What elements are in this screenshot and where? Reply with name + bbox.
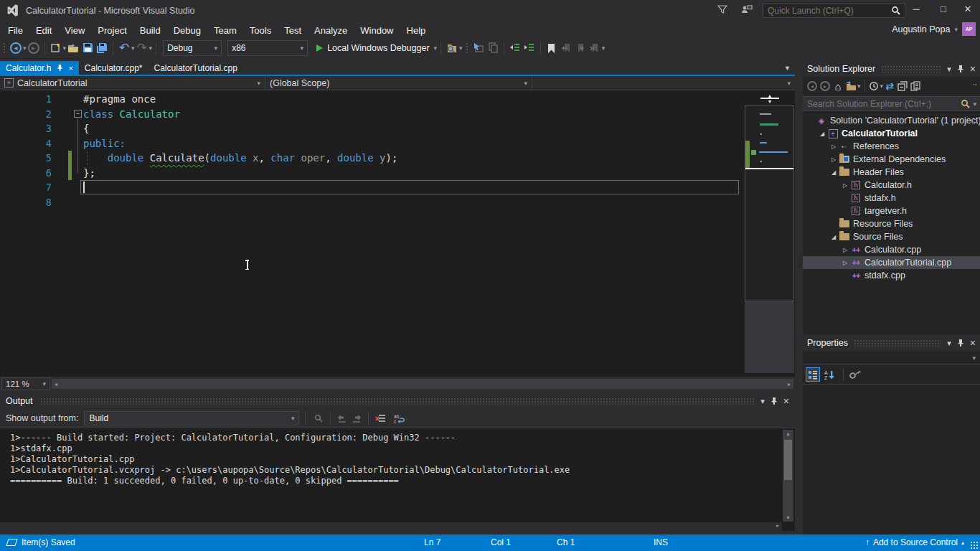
output-source-dropdown[interactable]: Build ▾ — [84, 411, 299, 425]
solution-explorer-search-input[interactable] — [803, 99, 961, 109]
editor-zoom-dropdown[interactable]: 121 % ▾ — [1, 377, 50, 390]
solution-platform-dropdown[interactable]: x86▾ — [227, 40, 308, 56]
status-line[interactable]: Ln 7 — [424, 537, 440, 547]
home-icon[interactable]: ⌂ — [831, 79, 844, 93]
increase-indent-icon[interactable] — [522, 41, 537, 55]
menu-item-window[interactable]: Window — [354, 23, 400, 38]
quick-launch-input[interactable] — [763, 6, 891, 16]
minimize-button[interactable]: ─ — [904, 0, 928, 19]
properties-object-dropdown[interactable]: ▾ — [803, 351, 980, 365]
code-line-1[interactable]: 1#pragma once — [0, 92, 795, 107]
new-project-icon[interactable] — [49, 41, 63, 55]
switch-views-icon[interactable] — [844, 79, 857, 93]
tree-item-stdafx-cpp[interactable]: ++stdafx.cpp — [803, 269, 980, 282]
tab-pin-icon[interactable] — [57, 64, 63, 72]
collapsed-arrow-icon[interactable]: ▷ — [840, 260, 850, 266]
collapsed-arrow-icon[interactable]: ▷ — [829, 156, 839, 163]
add-to-source-control[interactable]: ↑ Add to Source Control ▴ — [865, 537, 964, 547]
output-vertical-scrollbar[interactable]: ▴ ▾ — [783, 430, 793, 522]
scroll-right-icon[interactable]: ▸ — [785, 381, 793, 387]
send-feedback-icon[interactable] — [741, 4, 753, 14]
tree-item-stdafx-h[interactable]: hstdafx.h — [803, 192, 980, 204]
status-insert-mode[interactable]: INS — [654, 537, 668, 547]
toolbar-grip-2[interactable] — [466, 42, 468, 54]
signed-in-user[interactable]: Augustin Popa — [892, 24, 950, 34]
tab-calculator-h[interactable]: Calculator.h× — [0, 61, 79, 75]
search-options-chevron-icon[interactable]: ▾ — [973, 100, 976, 108]
feedback-filter-icon[interactable] — [717, 4, 727, 14]
tree-item-references[interactable]: ▷▪▫References — [803, 140, 980, 153]
properties-header[interactable]: Properties ▾ × — [803, 335, 980, 351]
menu-item-build[interactable]: Build — [133, 23, 167, 38]
debug-target-chevron-icon[interactable]: ▾ — [434, 44, 438, 52]
menu-item-view[interactable]: View — [58, 23, 91, 38]
menu-item-tools[interactable]: Tools — [243, 23, 278, 38]
tree-item-resource-files[interactable]: Resource Files — [803, 217, 980, 230]
start-debugging-label[interactable]: Local Windows Debugger — [327, 43, 429, 53]
fold-collapse-icon[interactable]: − — [74, 110, 82, 118]
toolbar-overflow-icon[interactable]: '' — [974, 83, 977, 90]
properties-close-icon[interactable]: × — [970, 337, 976, 349]
tab-close-icon[interactable]: × — [68, 64, 72, 72]
clear-all-icon[interactable] — [373, 411, 387, 425]
collapsed-arrow-icon[interactable]: ▷ — [829, 143, 839, 150]
open-file-icon[interactable] — [66, 41, 80, 55]
menu-item-analyze[interactable]: Analyze — [308, 23, 354, 38]
output-close-icon[interactable]: × — [783, 395, 789, 407]
menu-item-debug[interactable]: Debug — [167, 23, 207, 38]
collapsed-arrow-icon[interactable]: ▷ — [840, 247, 850, 253]
sync-with-active-document-icon[interactable]: ⇄ — [883, 79, 896, 93]
project-dropdown[interactable]: + CalculatorTutorial ▾ — [0, 76, 265, 90]
resize-grip[interactable] — [970, 541, 979, 550]
minimap-viewport[interactable] — [745, 105, 794, 301]
tree-item-targetver-h[interactable]: htargetver.h — [803, 204, 980, 217]
output-scroll-up-icon[interactable]: ▴ — [783, 430, 793, 437]
save-icon[interactable] — [80, 41, 95, 55]
output-header[interactable]: Output ▾ × — [0, 393, 795, 409]
undo-icon[interactable]: ↶ — [117, 41, 131, 55]
solution-configuration-dropdown[interactable]: Debug▾ — [163, 40, 222, 56]
window-position-chevron-icon[interactable]: ▾ — [947, 65, 951, 74]
status-column[interactable]: Col 1 — [491, 537, 511, 547]
quick-launch-box[interactable] — [763, 3, 905, 18]
output-pin-icon[interactable] — [771, 397, 778, 405]
code-line-6[interactable]: 6}; — [0, 166, 795, 181]
output-scroll-down-icon[interactable]: ▾ — [783, 514, 793, 521]
code-line-8[interactable]: 8 — [0, 195, 795, 210]
toggle-word-wrap-icon[interactable]: abc — [392, 411, 406, 425]
collapsed-arrow-icon[interactable]: ▷ — [840, 182, 850, 189]
properties-pin-icon[interactable] — [957, 339, 964, 347]
output-text-area[interactable]: 1>------ Build started: Project: Calcula… — [0, 428, 795, 531]
user-menu-chevron-icon[interactable]: ▾ — [954, 26, 958, 33]
menu-item-edit[interactable]: Edit — [29, 23, 58, 38]
code-line-5[interactable]: 5 double Calculate(double x, char oper, … — [0, 151, 795, 166]
bookmark-chevron-icon[interactable]: ▾ — [602, 44, 606, 52]
menu-item-test[interactable]: Test — [278, 23, 308, 38]
minimap-scrollbar[interactable]: ▲▼ — [745, 90, 795, 377]
output-position-chevron-icon[interactable]: ▾ — [760, 397, 765, 406]
collapse-all-icon[interactable] — [896, 79, 909, 93]
output-horizontal-scrollbar[interactable]: ▸ — [0, 522, 782, 531]
splitter-handle-icon[interactable]: ▲▼ — [745, 92, 795, 105]
categorized-view-icon[interactable] — [806, 367, 820, 382]
expanded-arrow-icon[interactable]: ◢ — [829, 234, 839, 240]
show-all-files-icon[interactable] — [909, 79, 922, 93]
code-line-2[interactable]: 2class Calculator — [0, 107, 795, 122]
user-avatar[interactable]: AP — [962, 22, 976, 36]
tab-calculatortutorial-cpp[interactable]: CalculatorTutorial.cpp — [149, 61, 243, 75]
solution-explorer-header[interactable]: Solution Explorer ▾ × — [803, 61, 980, 77]
tree-item-header-files[interactable]: ◢Header Files — [803, 166, 980, 179]
code-line-4[interactable]: 4public: — [0, 136, 795, 151]
tree-item-source-files[interactable]: ◢Source Files — [803, 230, 980, 243]
save-all-icon[interactable] — [95, 41, 109, 55]
menu-item-file[interactable]: File — [1, 23, 29, 38]
toolbar-grip[interactable] — [3, 42, 6, 54]
find-in-files-icon[interactable] — [445, 41, 459, 55]
tree-item-calculatortutorial[interactable]: ◢+CalculatorTutorial — [803, 127, 980, 140]
menu-item-project[interactable]: Project — [91, 23, 133, 38]
output-scrollbar-thumb[interactable] — [784, 440, 792, 480]
tab-calculator-cpp-[interactable]: Calculator.cpp* — [79, 61, 149, 75]
decrease-indent-icon[interactable] — [508, 41, 522, 55]
solution-explorer-search-box[interactable]: ▾ — [803, 96, 980, 111]
output-scroll-right-icon[interactable]: ▸ — [776, 522, 779, 529]
